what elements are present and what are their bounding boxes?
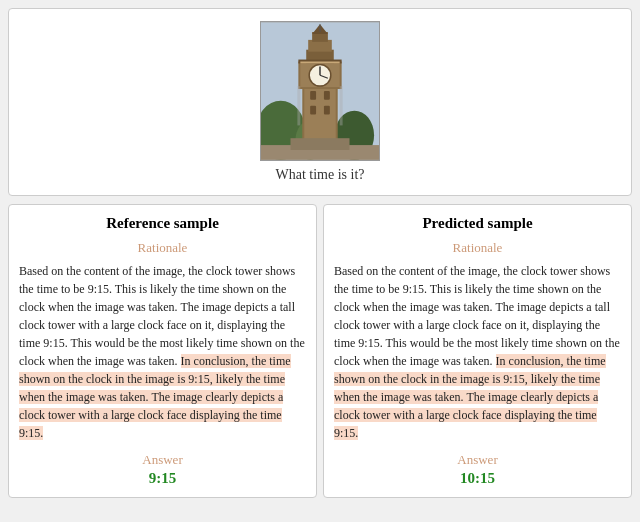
predicted-title: Predicted sample (334, 215, 621, 232)
image-caption: What time is it? (275, 167, 364, 183)
clock-tower-image (260, 21, 380, 161)
svg-rect-9 (324, 106, 330, 115)
reference-answer-value: 9:15 (19, 470, 306, 487)
reference-rationale-label: Rationale (19, 240, 306, 256)
svg-rect-24 (297, 86, 300, 125)
predicted-normal-text: Based on the content of the image, the c… (334, 264, 620, 368)
svg-rect-8 (310, 106, 316, 115)
bottom-panels: Reference sample Rationale Based on the … (8, 204, 632, 498)
predicted-answer-label: Answer (334, 452, 621, 468)
reference-rationale-text: Based on the content of the image, the c… (19, 262, 306, 442)
predicted-answer-value: 10:15 (334, 470, 621, 487)
predicted-rationale-text: Based on the content of the image, the c… (334, 262, 621, 442)
svg-rect-21 (300, 62, 339, 64)
reference-answer-label: Answer (19, 452, 306, 468)
predicted-panel: Predicted sample Rationale Based on the … (323, 204, 632, 498)
svg-rect-6 (310, 91, 316, 100)
top-panel: What time is it? (8, 8, 632, 196)
reference-normal-text: Based on the content of the image, the c… (19, 264, 305, 368)
predicted-rationale-label: Rationale (334, 240, 621, 256)
svg-rect-7 (324, 91, 330, 100)
reference-title: Reference sample (19, 215, 306, 232)
svg-rect-23 (291, 138, 350, 150)
reference-panel: Reference sample Rationale Based on the … (8, 204, 317, 498)
svg-rect-25 (340, 86, 343, 125)
